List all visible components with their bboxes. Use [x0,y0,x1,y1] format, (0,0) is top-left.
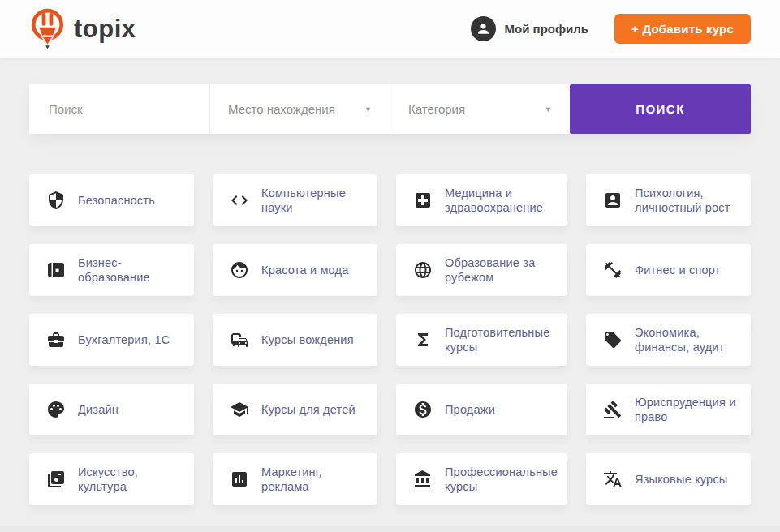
category-card[interactable]: Компьютерные науки [213,174,377,226]
bar-chart-icon [230,470,249,489]
category-card[interactable]: Искусство, культура [29,453,194,505]
topix-logo[interactable]: topix [29,7,136,51]
search-input[interactable] [49,102,190,116]
header: topix Мой профиль + Добавить курс [0,0,780,58]
category-card[interactable]: Дизайн [29,384,194,435]
bank-icon [413,470,433,489]
category-card[interactable]: Медицина и здравоохранение [396,174,567,226]
location-select[interactable]: Место нахождения ▼ [209,84,390,134]
translate-icon [603,470,623,489]
category-label: Образование за рубежом [445,255,558,285]
category-label: Юриспруденция и право [635,395,741,424]
category-card[interactable]: Маркетинг, реклама [213,453,377,505]
profile-link[interactable]: Мой профиль [471,16,589,41]
topix-logo-icon [29,7,66,51]
category-card[interactable]: Подготовительные курсы [396,314,567,366]
briefcase-icon [46,330,66,350]
category-label: Безопасность [78,193,155,208]
category-label: Курсы для детей [261,402,356,417]
medical-cross-icon [413,191,433,210]
location-select-label: Место нахождения [228,102,335,116]
price-tag-icon [603,330,623,350]
category-label: Языковые курсы [635,472,727,487]
palette-icon [46,400,66,419]
category-label: Медицина и здравоохранение [445,186,558,215]
search-field-wrap [29,84,209,134]
category-label: Компьютерные науки [261,186,368,215]
category-card[interactable]: Юриспруденция и право [586,384,751,435]
category-label: Подготовительные курсы [445,325,558,354]
business-education-icon [46,260,66,280]
category-card[interactable]: Курсы для детей [213,384,377,435]
category-card[interactable]: Бухгалтерия, 1С [29,314,194,366]
face-icon [230,260,249,280]
category-label: Экономика, финансы, аудит [635,325,741,354]
category-card[interactable]: Красота и мода [213,244,377,296]
graduation-cap-icon [230,400,249,419]
category-card[interactable]: Образование за рубежом [396,244,567,296]
category-label: Бухгалтерия, 1С [78,332,170,347]
vehicle-icon [230,330,249,350]
search-bar: Место нахождения ▼ Категория ▼ ПОИСК [29,84,751,134]
header-actions: Мой профиль + Добавить курс [471,14,751,44]
dollar-circle-icon [413,400,433,419]
category-card[interactable]: Продажи [396,384,567,435]
category-select-label: Категория [408,102,465,116]
dumbbell-icon [603,260,623,280]
category-label: Психология, личностный рост [635,186,741,215]
category-card[interactable]: Профессиональные курсы [396,453,567,505]
profile-label: Мой профиль [505,22,589,36]
category-label: Профессиональные курсы [445,465,558,494]
category-card[interactable]: Бизнес-образование [29,244,194,296]
category-label: Курсы вождения [261,332,354,347]
sigma-icon [413,330,433,350]
category-label: Искусство, культура [78,465,184,494]
globe-icon [413,260,433,280]
category-card[interactable]: Экономика, финансы, аудит [586,314,751,366]
footer-strip [0,526,780,532]
user-avatar-icon [471,16,496,41]
music-note-icon [46,470,66,489]
category-label: Продажи [445,402,495,417]
category-card[interactable]: Фитнес и спорт [586,244,751,296]
category-label: Фитнес и спорт [635,263,721,277]
chevron-down-icon: ▼ [364,105,372,114]
logo-wordmark: topix [74,15,136,44]
gavel-icon [603,400,623,419]
category-select[interactable]: Категория ▼ [390,84,570,134]
category-card[interactable]: Курсы вождения [213,314,377,366]
category-grid: Безопасность Компьютерные науки Медицина… [29,174,751,505]
chevron-down-icon: ▼ [545,105,552,114]
add-course-button[interactable]: + Добавить курс [614,14,751,44]
code-icon [230,191,249,210]
category-card[interactable]: Безопасность [29,174,194,226]
category-label: Бизнес-образование [78,255,184,285]
search-button[interactable]: ПОИСК [570,84,751,134]
category-label: Красота и мода [261,263,348,277]
person-card-icon [603,191,623,210]
category-label: Дизайн [78,402,119,417]
shield-icon [46,191,66,210]
category-card[interactable]: Психология, личностный рост [586,174,751,226]
category-card[interactable]: Языковые курсы [586,453,751,505]
category-label: Маркетинг, реклама [261,465,368,494]
